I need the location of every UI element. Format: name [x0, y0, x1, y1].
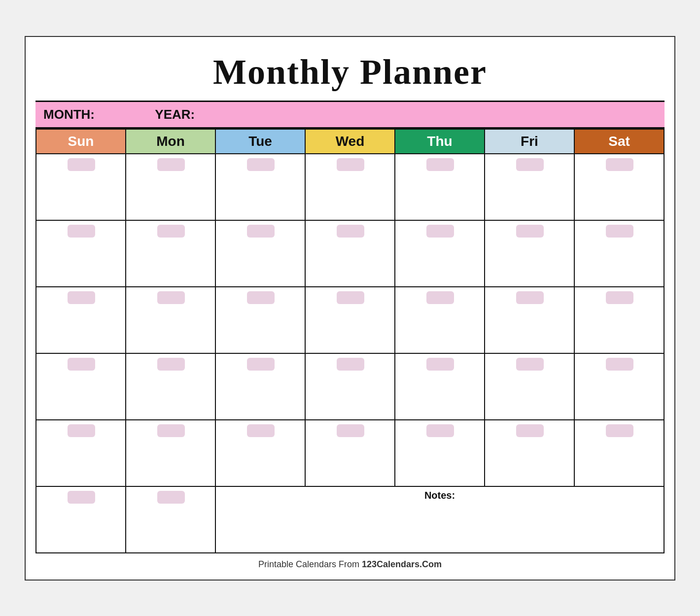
day-number: [426, 225, 454, 238]
day-number: [157, 225, 185, 238]
day-number: [247, 424, 275, 437]
day-number: [68, 491, 95, 504]
cell-r4-tue[interactable]: [215, 353, 305, 420]
cell-r4-wed[interactable]: [305, 353, 395, 420]
table-row: [36, 353, 664, 420]
day-number: [157, 424, 185, 437]
cell-r2-fri[interactable]: [485, 220, 574, 287]
cell-r2-wed[interactable]: [305, 220, 395, 287]
cell-r2-sat[interactable]: [574, 220, 664, 287]
planner-wrapper: Monthly Planner MONTH: YEAR: Sun Mon Tue…: [25, 36, 675, 581]
cell-r5-wed[interactable]: [305, 420, 395, 486]
day-number: [516, 225, 544, 238]
header-tue: Tue: [215, 129, 305, 154]
cell-r2-sun[interactable]: [36, 220, 126, 287]
day-number: [337, 358, 364, 371]
footer: Printable Calendars From 123Calendars.Co…: [35, 559, 665, 570]
cell-r1-wed[interactable]: [305, 154, 395, 220]
table-row: [36, 154, 664, 220]
month-underline: [98, 107, 151, 122]
cell-r6-sun[interactable]: [36, 486, 126, 553]
cell-r2-mon[interactable]: [126, 220, 215, 287]
cell-r3-wed[interactable]: [305, 287, 395, 353]
cell-r5-thu[interactable]: [395, 420, 485, 486]
day-number: [337, 158, 364, 171]
day-number: [606, 158, 633, 171]
day-number: [157, 291, 185, 304]
cell-r1-mon[interactable]: [126, 154, 215, 220]
month-label: MONTH:: [43, 107, 95, 122]
cell-r2-thu[interactable]: [395, 220, 485, 287]
cell-r4-thu[interactable]: [395, 353, 485, 420]
day-number: [157, 158, 185, 171]
cell-r3-fri[interactable]: [485, 287, 574, 353]
cell-r1-tue[interactable]: [215, 154, 305, 220]
table-row: [36, 220, 664, 287]
header-wed: Wed: [305, 129, 395, 154]
day-number: [337, 424, 364, 437]
header-sat: Sat: [574, 129, 664, 154]
notes-label: Notes:: [424, 490, 455, 501]
cell-r1-thu[interactable]: [395, 154, 485, 220]
day-number: [516, 424, 544, 437]
cell-r3-sat[interactable]: [574, 287, 664, 353]
year-underline: [198, 107, 251, 122]
cell-r1-sun[interactable]: [36, 154, 126, 220]
cell-r4-mon[interactable]: [126, 353, 215, 420]
cell-r4-sat[interactable]: [574, 353, 664, 420]
day-number: [516, 291, 544, 304]
day-number: [157, 491, 185, 504]
cell-r3-mon[interactable]: [126, 287, 215, 353]
header-mon: Mon: [126, 129, 215, 154]
day-number: [516, 358, 544, 371]
cell-r3-sun[interactable]: [36, 287, 126, 353]
day-number: [426, 358, 454, 371]
header-fri: Fri: [485, 129, 574, 154]
day-number: [426, 158, 454, 171]
day-number: [606, 358, 633, 371]
footer-brand: 123Calendars.Com: [362, 559, 442, 569]
day-number: [157, 358, 185, 371]
cell-r5-sat[interactable]: [574, 420, 664, 486]
day-number: [606, 225, 633, 238]
day-number: [247, 291, 275, 304]
header-row: Sun Mon Tue Wed Thu Fri Sat: [36, 129, 664, 154]
cell-r5-mon[interactable]: [126, 420, 215, 486]
day-number: [606, 424, 633, 437]
day-number: [337, 225, 364, 238]
page-title: Monthly Planner: [35, 47, 665, 102]
table-row: [36, 287, 664, 353]
header-sun: Sun: [36, 129, 126, 154]
day-number: [247, 158, 275, 171]
cell-r6-mon[interactable]: [126, 486, 215, 553]
day-number: [68, 358, 95, 371]
day-number: [68, 291, 95, 304]
cell-r3-thu[interactable]: [395, 287, 485, 353]
day-number: [247, 358, 275, 371]
day-number: [516, 158, 544, 171]
cell-r4-sun[interactable]: [36, 353, 126, 420]
day-number: [337, 291, 364, 304]
cell-r1-sat[interactable]: [574, 154, 664, 220]
header-thu: Thu: [395, 129, 485, 154]
footer-text: Printable Calendars From: [258, 559, 362, 569]
table-row: Notes:: [36, 486, 664, 553]
cell-r5-fri[interactable]: [485, 420, 574, 486]
day-number: [68, 225, 95, 238]
day-number: [606, 291, 633, 304]
year-label: YEAR:: [155, 107, 195, 122]
day-number: [426, 291, 454, 304]
notes-cell[interactable]: Notes:: [215, 486, 664, 553]
calendar-grid: Sun Mon Tue Wed Thu Fri Sat: [35, 129, 665, 553]
cell-r4-fri[interactable]: [485, 353, 574, 420]
cell-r3-tue[interactable]: [215, 287, 305, 353]
day-number: [426, 424, 454, 437]
table-row: [36, 420, 664, 486]
cell-r1-fri[interactable]: [485, 154, 574, 220]
cell-r5-sun[interactable]: [36, 420, 126, 486]
cell-r5-tue[interactable]: [215, 420, 305, 486]
cell-r2-tue[interactable]: [215, 220, 305, 287]
month-year-bar: MONTH: YEAR:: [35, 102, 665, 129]
day-number: [68, 424, 95, 437]
day-number: [68, 158, 95, 171]
